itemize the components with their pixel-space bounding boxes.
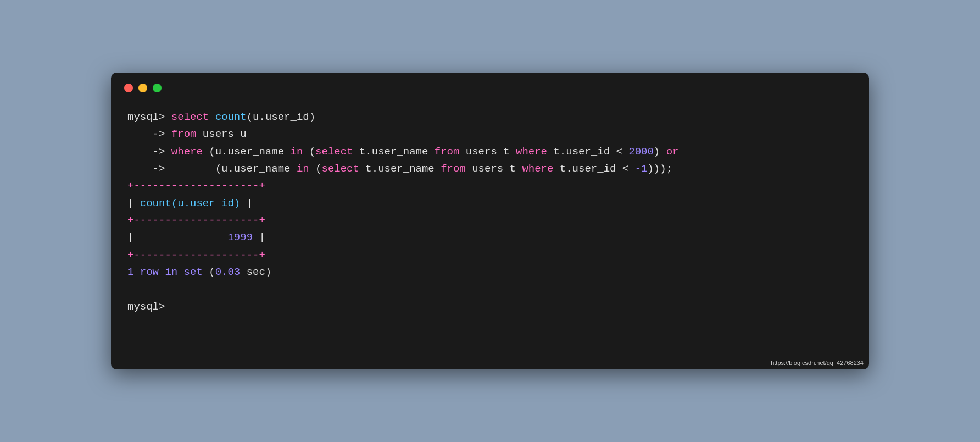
paren-open-1: (u.user_name <box>209 146 290 158</box>
kw-from-3: from <box>441 163 472 175</box>
kw-where-2: where <box>516 146 553 158</box>
pipe-left-1: | <box>127 197 140 209</box>
arrow-2: -> <box>127 128 171 140</box>
pipe-right-1: | <box>247 197 253 209</box>
kw-where-1: where <box>171 146 209 158</box>
final-prompt: mysql> <box>127 299 853 316</box>
sec-text: sec) <box>240 266 271 278</box>
sub2-table: users t <box>472 163 522 175</box>
result-1999: 1999 <box>227 231 253 244</box>
separator-3: +--------------------+ <box>127 247 853 264</box>
fn-count: count <box>215 111 247 123</box>
terminal-body: mysql> select count(u.user_id) -> from u… <box>111 103 869 332</box>
col-name-rest: (u.user_id) <box>171 197 247 209</box>
maximize-button[interactable] <box>153 84 162 92</box>
separator-2: +--------------------+ <box>127 212 853 229</box>
sql-line-2: -> from users u <box>127 126 853 143</box>
row-info: 1 row in set (0.03 sec) <box>127 264 853 281</box>
col-name: count <box>140 197 171 209</box>
prompt-1: mysql> <box>127 111 171 123</box>
paren-open-2: (u.user_name <box>215 163 297 175</box>
text-users-u: users u <box>203 128 247 140</box>
pipe-right-2: | <box>253 231 265 244</box>
sub1-table: users t <box>466 146 516 158</box>
terminal-window: mysql> select count(u.user_id) -> from u… <box>111 73 869 369</box>
title-bar <box>111 84 869 103</box>
paren-close-2: ))); <box>647 163 672 175</box>
kw-in-1: in <box>290 146 309 158</box>
sql-line-4: -> (u.user_name in (select t.user_name f… <box>127 161 853 178</box>
watermark: https://blog.csdn.net/qq_42768234 <box>771 360 864 366</box>
minimize-button[interactable] <box>138 84 147 92</box>
num-neg1: -1 <box>635 163 648 175</box>
num-2000: 2000 <box>628 146 654 158</box>
kw-select-2: select <box>315 146 359 158</box>
blank-line <box>127 281 853 298</box>
sub1-cols: t.user_name <box>359 146 435 158</box>
pipe-left-2: | <box>127 231 227 244</box>
kw-from-1: from <box>171 128 203 140</box>
separator-1: +--------------------+ <box>127 178 853 195</box>
sub2-cols: t.user_name <box>365 163 441 175</box>
sql-line-3: -> where (u.user_name in (select t.user_… <box>127 143 853 161</box>
arrow-3: -> <box>127 146 171 158</box>
time-value: 0.03 <box>215 266 241 278</box>
kw-or: or <box>666 146 679 158</box>
close-button[interactable] <box>124 84 133 92</box>
mysql-prompt-2: mysql> <box>127 301 165 313</box>
paren-time-open: ( <box>209 266 215 278</box>
row-count: 1 row in set <box>127 266 209 278</box>
value-row: | 1999 | <box>127 229 853 246</box>
kw-from-2: from <box>435 146 466 158</box>
sql-line-1: mysql> select count(u.user_id) <box>127 109 853 126</box>
kw-in-2: in <box>297 163 315 175</box>
paren-1: (u.user_id) <box>247 111 315 123</box>
kw-where-3: where <box>522 163 559 175</box>
paren-close-1: ) <box>654 146 666 158</box>
arrow-4: -> <box>127 163 215 175</box>
paren-sub-2: ( <box>315 163 321 175</box>
kw-select-1: select <box>171 111 215 123</box>
sub1-cond: t.user_id < <box>553 146 628 158</box>
paren-sub-1: ( <box>309 146 315 158</box>
col-header-row: | count(u.user_id) | <box>127 195 853 212</box>
sub2-cond: t.user_id < <box>560 163 635 175</box>
kw-select-3: select <box>322 163 366 175</box>
